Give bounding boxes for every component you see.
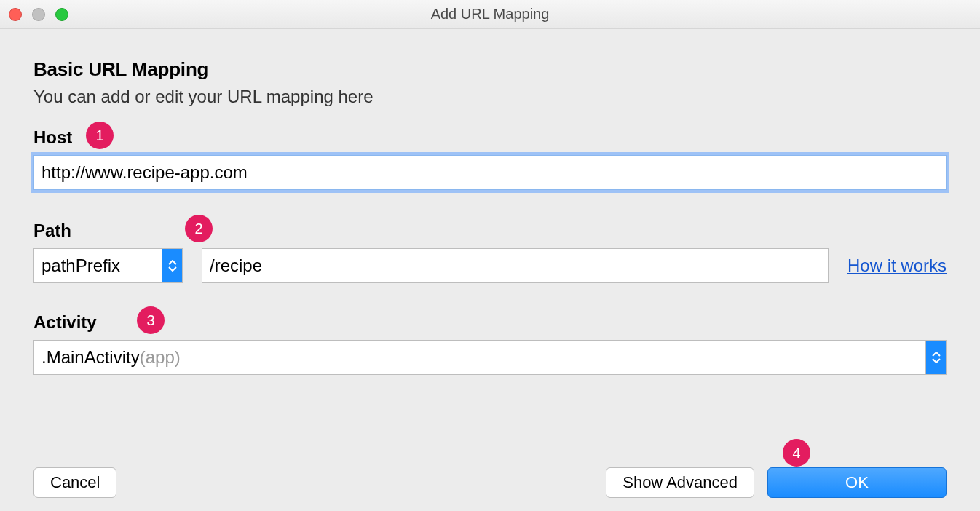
how-it-works-link[interactable]: How it works: [847, 256, 947, 276]
activity-value-suffix: (app): [140, 347, 181, 368]
callout-1: 1: [86, 122, 114, 149]
window-title: Add URL Mapping: [0, 6, 980, 23]
callout-2: 2: [185, 215, 213, 242]
path-type-select[interactable]: pathPrefix: [33, 248, 183, 283]
titlebar: Add URL Mapping: [0, 0, 980, 29]
activity-select[interactable]: .MainActivity (app): [33, 340, 947, 375]
path-label: Path: [33, 221, 947, 241]
show-advanced-button[interactable]: Show Advanced: [606, 467, 754, 498]
activity-label: Activity: [33, 312, 947, 333]
zoom-window-button[interactable]: [55, 8, 68, 21]
close-window-button[interactable]: [9, 8, 22, 21]
section-heading: Basic URL Mapping: [33, 58, 947, 81]
path-input[interactable]: [202, 248, 829, 283]
ok-button[interactable]: OK 4: [767, 467, 947, 498]
host-input[interactable]: [33, 155, 947, 190]
updown-chevron-icon: [162, 249, 182, 282]
updown-chevron-icon: [925, 341, 946, 374]
dialog-footer: Cancel Show Advanced OK 4: [0, 467, 980, 498]
ok-button-label: OK: [845, 473, 869, 491]
activity-value-main: .MainActivity: [42, 347, 140, 368]
section-subheading: You can add or edit your URL mapping her…: [33, 87, 947, 107]
window-controls: [9, 8, 68, 21]
cancel-button[interactable]: Cancel: [33, 467, 116, 498]
minimize-window-button[interactable]: [32, 8, 45, 21]
path-type-value: pathPrefix: [42, 256, 120, 276]
callout-3: 3: [137, 306, 165, 334]
dialog-content: Basic URL Mapping You can add or edit yo…: [0, 29, 980, 375]
host-label: Host: [33, 127, 947, 148]
callout-4: 4: [783, 439, 810, 467]
